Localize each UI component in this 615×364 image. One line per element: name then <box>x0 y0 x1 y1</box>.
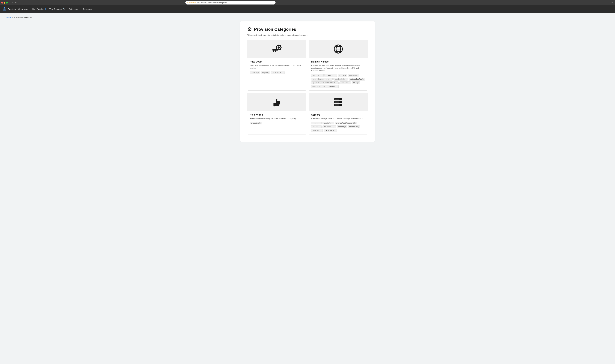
servers-body: Servers Create and manage servers on pop… <box>309 111 368 134</box>
page-header: ⚙ Provision Categories <box>247 26 368 33</box>
auto-login-icon-area <box>247 40 306 58</box>
hello-world-body: Hello World A demonstration category tha… <box>247 111 306 127</box>
domain-names-body: Domain Names Register, transfer, renew a… <box>309 58 368 91</box>
hello-world-name: Hello World <box>250 114 304 116</box>
window-controls <box>1 2 8 4</box>
tag-servers-resize: resize() <box>311 125 321 128</box>
categories-chevron-icon: ▾ <box>79 8 80 10</box>
main-content-card: ⚙ Provision Categories This page lists a… <box>240 21 375 142</box>
maximize-window-button[interactable] <box>6 2 8 4</box>
close-window-button[interactable] <box>1 2 3 4</box>
tag-servers-reinstall: reinstall() <box>322 125 336 128</box>
breadcrumb-current: Provision Categories <box>14 16 32 18</box>
svg-point-23 <box>342 105 342 105</box>
tag-servers-getinfo: getInfo() <box>322 122 334 124</box>
svg-point-19 <box>342 102 342 102</box>
tag-setlock: setLock() <box>339 81 351 84</box>
domain-names-description: Register, transfer, renew and manage dom… <box>311 64 365 72</box>
navbar-brand[interactable]: Provision Workbench <box>2 7 29 11</box>
auto-login-name: Auto Login <box>250 60 304 63</box>
category-card-auto-login[interactable]: Auto Login Basic provision category whic… <box>247 40 306 91</box>
back-button[interactable]: ‹ <box>9 1 11 4</box>
gears-icon: ⚙ <box>247 26 252 33</box>
not-secure-label: ⚠ Not Secure <box>187 2 196 4</box>
svg-point-15 <box>342 99 342 100</box>
app-navbar: Provision Workbench Run Function View Re… <box>0 5 615 13</box>
browser-action-buttons: ☆ <box>611 1 614 4</box>
category-card-servers[interactable]: Servers Create and manage servers on pop… <box>309 93 368 134</box>
svg-rect-16 <box>335 99 339 100</box>
svg-point-14 <box>341 99 341 100</box>
browser-chrome: ‹ › ↻ ⚠ Not Secure http://provision-work… <box>0 0 615 5</box>
tag-terminate: terminate() <box>271 71 284 74</box>
nav-view-requests[interactable]: View Requests 🔍 <box>48 7 67 11</box>
tag-getinfo: getInfo() <box>348 74 360 77</box>
svg-point-22 <box>341 105 341 105</box>
auto-login-description: Basic provision category which provides … <box>250 64 304 69</box>
svg-rect-12 <box>273 103 275 106</box>
tag-greeting: greeting() <box>250 122 262 124</box>
servers-name: Servers <box>311 114 365 116</box>
tag-servers-poweron: powerOn() <box>311 129 323 132</box>
servers-tags: create() getInfo() changeRootPassword() … <box>311 122 365 132</box>
domain-names-tags: register() transfer() renew() getInfo() … <box>311 74 365 88</box>
key-icon <box>271 44 282 54</box>
svg-rect-24 <box>335 104 339 105</box>
minimize-window-button[interactable] <box>4 2 5 4</box>
thumbs-up-icon <box>271 97 282 107</box>
svg-rect-20 <box>335 102 339 103</box>
breadcrumb: Home › Provision Categories <box>6 16 609 18</box>
run-function-dot-icon <box>45 8 46 10</box>
tag-register: register() <box>311 74 323 77</box>
tag-login: login() <box>261 71 270 74</box>
tag-poll: poll() <box>352 81 360 84</box>
url-display: http://provision-workbench.loc/categorie… <box>197 2 226 4</box>
category-card-hello-world[interactable]: Hello World A demonstration category tha… <box>247 93 306 134</box>
globe-icon <box>333 44 344 54</box>
packages-label: Packages <box>83 8 92 10</box>
tag-updateipstag: updateIpsTag() <box>349 78 365 80</box>
search-icon: 🔍 <box>63 8 65 10</box>
tag-servers-changerootpassword: changeRootPassword() <box>335 122 357 124</box>
nav-categories[interactable]: Categories ▾ <box>67 7 81 11</box>
forward-button[interactable]: › <box>12 1 14 4</box>
brand-name-label: Provision Workbench <box>8 8 29 10</box>
server-icon <box>333 97 344 107</box>
tag-create: create() <box>250 71 260 74</box>
hello-world-icon-area <box>247 93 306 111</box>
breadcrumb-separator: › <box>12 16 13 18</box>
page-title: Provision Categories <box>254 27 296 32</box>
hello-world-description: A demonstration category that doesn't ac… <box>250 117 304 120</box>
domain-names-name: Domain Names <box>311 60 365 63</box>
reload-button[interactable]: ↻ <box>14 1 17 4</box>
tag-servers-reboot: reboot() <box>337 125 347 128</box>
tag-domainavailabilitycheck: domainAvailabilityCheck() <box>311 85 339 88</box>
tag-renew: renew() <box>338 74 347 77</box>
tag-servers-create: create() <box>311 122 321 124</box>
nav-packages[interactable]: Packages <box>82 7 93 11</box>
brand-logo-icon <box>2 7 7 11</box>
tag-updatenameservers: updateNameservers() <box>311 78 333 80</box>
tag-servers-terminate: terminate() <box>323 129 337 132</box>
svg-rect-4 <box>272 49 278 51</box>
breadcrumb-home-link[interactable]: Home <box>6 16 11 18</box>
page-description: This page lists all currently installed … <box>247 34 368 36</box>
servers-icon-area <box>309 93 368 111</box>
domain-names-icon-area <box>309 40 368 58</box>
address-bar[interactable]: ⚠ Not Secure http://provision-workbench.… <box>185 1 276 4</box>
tag-updateregistrantcontact: updateRegistrantContact() <box>311 81 339 84</box>
tag-geteppcode: getEppCode() <box>334 78 348 80</box>
tag-servers-shutdown: shutdown() <box>348 125 360 128</box>
category-card-domain-names[interactable]: Domain Names Register, transfer, renew a… <box>309 40 368 91</box>
svg-point-3 <box>278 46 280 49</box>
servers-description: Create and manage servers on popular Clo… <box>311 117 365 120</box>
nav-run-function[interactable]: Run Function <box>31 7 47 11</box>
view-requests-label: View Requests <box>49 8 62 10</box>
categories-label: Categories <box>69 8 78 10</box>
auto-login-body: Auto Login Basic provision category whic… <box>247 58 306 77</box>
bookmark-button[interactable]: ☆ <box>611 1 614 4</box>
svg-point-18 <box>341 102 341 102</box>
svg-rect-6 <box>275 51 276 52</box>
svg-rect-5 <box>273 51 274 52</box>
page-wrapper: Home › Provision Categories ⚙ Provision … <box>0 13 615 364</box>
